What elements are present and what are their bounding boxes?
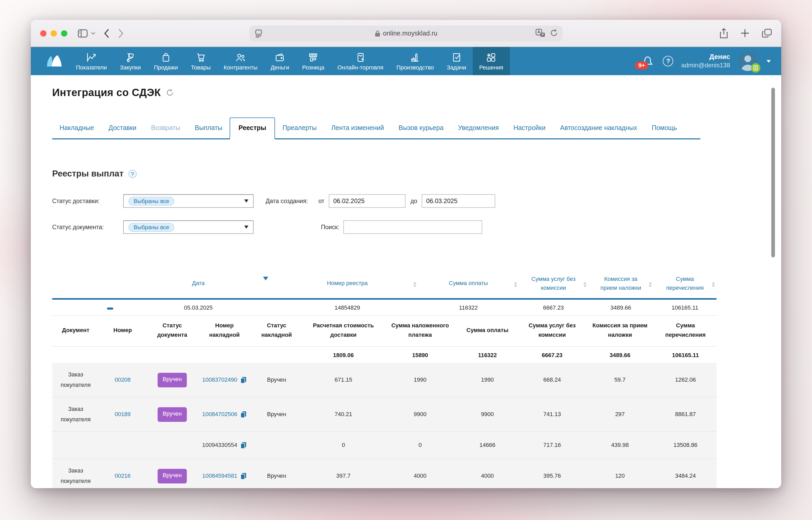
tab-overview-icon[interactable] (762, 29, 772, 37)
filter-row-2: Статус документа: Выбраны все Поиск: (52, 220, 769, 234)
user-block[interactable]: Денис admin@denis138 (681, 53, 730, 70)
table-row: 10094330554 0 0 14666 717.16 439.98 1350… (52, 432, 716, 459)
document-number-link[interactable]: 00208 (114, 376, 131, 383)
tab-nakladnye[interactable]: Накладные (52, 124, 101, 138)
reader-icon[interactable] (255, 29, 263, 39)
document-number-link[interactable]: 00216 (114, 472, 131, 479)
dolly-icon (125, 52, 136, 63)
search-input[interactable] (343, 220, 482, 234)
new-tab-icon[interactable] (740, 29, 749, 37)
cell-document: Заказ покупателя (52, 369, 99, 391)
page-scrollbar[interactable] (771, 88, 775, 257)
tab-lenta-izmeneniy[interactable]: Лента изменений (324, 124, 391, 138)
copy-icon[interactable] (240, 376, 247, 384)
help-button[interactable]: ? (663, 56, 673, 66)
outer-header-payment-sum[interactable]: Сумма оплаты (418, 271, 519, 298)
outer-header-registry-number[interactable]: Номер реестра (277, 271, 418, 298)
forward-button[interactable] (118, 28, 124, 38)
wallet-icon (274, 52, 286, 63)
header-label: Сумма перечисления (662, 275, 708, 292)
copy-icon[interactable] (240, 411, 247, 418)
date-from-input[interactable] (328, 194, 405, 208)
date-to-input[interactable] (422, 194, 495, 208)
nav-item-zadachi[interactable]: Задачи (440, 47, 473, 75)
tab-vyzov-kuryera[interactable]: Вызов курьера (391, 124, 451, 138)
nav-item-proizvodstvo[interactable]: Производство (390, 47, 440, 75)
outer-header-date[interactable]: Дата (120, 271, 277, 298)
cell-transfer-sum: 1262.06 (654, 374, 716, 386)
back-button[interactable] (104, 28, 110, 38)
section-help-icon[interactable]: ? (128, 170, 136, 178)
sidebar-icon[interactable] (78, 29, 88, 37)
outer-header-row: Дата Номер реестра Сумма оплаты Сумма ус… (52, 271, 716, 300)
waybill-link[interactable]: 10084702506 (202, 409, 238, 420)
outer-header-transfer-sum[interactable]: Сумма перечисления (653, 271, 716, 298)
browser-toolbar: online.moysklad.ru (31, 20, 781, 47)
cell-waybill-status (250, 444, 303, 446)
tab-nastroyki[interactable]: Настройки (506, 124, 553, 138)
outer-header-services-sum[interactable]: Сумма услуг без комиссии (519, 271, 588, 298)
help-glyph: ? (131, 171, 134, 177)
moysklad-logo[interactable] (39, 47, 70, 75)
tab-reestry[interactable]: Реестры (229, 118, 275, 139)
tab-vyplaty[interactable]: Выплаты (188, 124, 230, 138)
group-payment-sum: 116322 (418, 304, 519, 311)
tab-uvedomleniya[interactable]: Уведомления (451, 124, 506, 138)
nav-item-prodazhi[interactable]: Продажи (147, 47, 185, 75)
nav-item-online-torgovlya[interactable]: Онлайн-торговля (331, 47, 390, 75)
refresh-icon[interactable] (166, 89, 174, 97)
collapse-group-icon[interactable] (107, 307, 113, 310)
browser-window: online.moysklad.ru (31, 20, 781, 488)
address-bar[interactable]: online.moysklad.ru (249, 26, 563, 41)
user-account: admin@denis138 (681, 61, 730, 69)
select-caret-icon (244, 226, 248, 229)
selected-all-chip: Выбраны все (128, 223, 174, 232)
cell-document (52, 444, 99, 446)
totals-row: 1809.06 15890 116322 6667.23 3489.66 106… (52, 347, 716, 363)
nav-item-kontragenty[interactable]: Контрагенты (217, 47, 264, 75)
outer-header-commission[interactable]: Комиссия за прием наложки (588, 271, 653, 298)
user-menu-caret-icon[interactable] (766, 60, 771, 62)
delivery-status-select[interactable]: Выбраны все (123, 194, 253, 208)
document-number-link[interactable]: 00189 (114, 411, 131, 417)
tab-vozvraty[interactable]: Возвраты (144, 124, 188, 138)
translate-icon[interactable] (535, 29, 545, 39)
user-avatar[interactable] (738, 51, 758, 71)
nav-item-dengi[interactable]: Деньги (264, 47, 296, 75)
zoom-window-button[interactable] (61, 30, 67, 36)
selected-all-chip: Выбраны все (128, 197, 174, 205)
news-badge-icon (751, 63, 760, 73)
help-glyph: ? (667, 57, 670, 65)
tab-prealerty[interactable]: Преалерты (275, 124, 324, 138)
tab-avtosozdanie[interactable]: Автосоздание накладных (553, 124, 644, 138)
copy-icon[interactable] (240, 441, 247, 449)
cell-commission: 120 (586, 470, 654, 483)
inner-header-doc-status: Статус документа (146, 316, 198, 346)
nav-item-roznitsa[interactable]: Розница (296, 47, 331, 75)
search-label: Поиск: (321, 224, 339, 230)
nav-label: Продажи (154, 64, 178, 71)
share-icon[interactable] (720, 28, 728, 38)
nav-item-tovary[interactable]: Товары (185, 47, 217, 75)
minimize-window-button[interactable] (51, 30, 57, 36)
nav-item-pokazateli[interactable]: Показатели (70, 47, 113, 75)
tab-pomosch[interactable]: Помощь (645, 124, 684, 138)
tab-dostavki[interactable]: Доставки (101, 124, 144, 138)
waybill-link[interactable]: 10084594581 (202, 471, 238, 482)
close-window-button[interactable] (40, 30, 47, 36)
notifications-button[interactable]: 9+ (642, 54, 655, 68)
sidebar-chevron-icon[interactable] (91, 32, 96, 35)
date-created-label: Дата создания: (266, 198, 308, 204)
document-status-select[interactable]: Выбраны все (123, 220, 253, 234)
inner-header-services-sum: Сумма услуг без комиссии (519, 316, 586, 346)
nav-item-zakupki[interactable]: Закупки (113, 47, 147, 75)
cell-services-sum: 668.24 (519, 374, 586, 386)
copy-icon[interactable] (240, 472, 247, 479)
reload-icon[interactable] (550, 29, 558, 39)
group-row: 05.03.2025 14854829 116322 6667.23 3489.… (52, 300, 716, 316)
cell-cod-sum: 0 (384, 439, 456, 451)
section-header: Реестры выплат ? (52, 168, 769, 179)
nav-item-resheniya[interactable]: Решения (472, 47, 510, 75)
waybill-link[interactable]: 10083702490 (202, 375, 238, 385)
notification-badge: 9+ (635, 61, 648, 70)
